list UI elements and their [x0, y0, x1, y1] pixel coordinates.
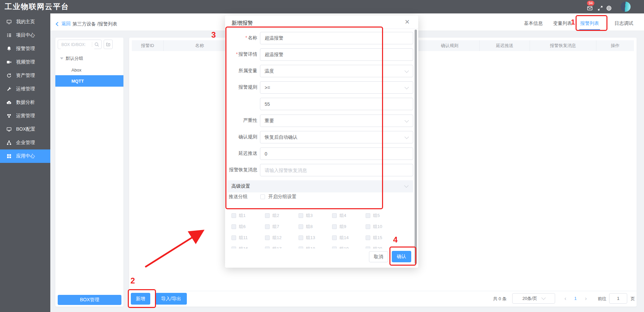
- sidebar-item-projects[interactable]: 项目中心: [0, 29, 50, 42]
- chevron-down-icon: [404, 183, 409, 188]
- back-button[interactable]: 返回: [56, 21, 71, 27]
- required-asterisk: *: [246, 35, 247, 40]
- name-input[interactable]: [260, 32, 413, 44]
- advanced-settings-toggle[interactable]: 高级设置: [227, 180, 413, 192]
- app-title: 工业物联网云平台: [5, 2, 69, 12]
- pagination-total: 共 0 条: [493, 296, 506, 302]
- chevron-down-icon: [541, 296, 546, 300]
- goto-label: 前往: [598, 296, 606, 302]
- group-checkbox[interactable]: [231, 213, 236, 218]
- group-checkbox[interactable]: [299, 247, 303, 249]
- variable-select[interactable]: 温度: [260, 65, 413, 77]
- field-label-name: *名称: [228, 35, 257, 41]
- sidebar-item-video[interactable]: 视频管理: [0, 55, 50, 69]
- cloud-chart-icon: [6, 100, 12, 105]
- group-checkbox[interactable]: [265, 213, 270, 218]
- chevron-down-icon: [405, 69, 409, 73]
- mail-icon[interactable]: [587, 5, 593, 11]
- field-label-delay-push: 延迟推送: [228, 150, 257, 157]
- field-label-recover-msg: 报警恢复消息: [228, 167, 257, 173]
- enable-group-checkbox[interactable]: [260, 194, 265, 199]
- sidebar-item-operation[interactable]: 运营管理: [0, 109, 50, 123]
- field-label-rule: 报警规则: [228, 84, 257, 90]
- sidebar-item-alarms[interactable]: 报警管理: [0, 42, 50, 55]
- prev-page-button[interactable]: ‹: [565, 296, 566, 302]
- chevron-down-icon: [405, 135, 409, 139]
- breadcrumb: 第三方设备 /报警列表: [72, 21, 117, 27]
- group-checkbox[interactable]: [366, 235, 370, 240]
- sidebar-item-ops[interactable]: 运维管理: [0, 82, 50, 96]
- group-checkbox[interactable]: [231, 235, 236, 240]
- sidebar-item-analytics[interactable]: 数据分析: [0, 96, 50, 109]
- recycle-icon: [6, 73, 12, 78]
- ack-rule-select[interactable]: 恢复后自动确认: [260, 131, 413, 143]
- col-alarm-id: 报警ID: [132, 40, 164, 51]
- group-checkbox[interactable]: [332, 224, 337, 229]
- group-checkbox[interactable]: [366, 224, 370, 229]
- tab-variable-list[interactable]: 变量列表: [553, 20, 572, 27]
- enable-group-label: 开启分组设置: [268, 194, 297, 200]
- next-page-button[interactable]: ›: [585, 296, 587, 302]
- sitemap-icon: [6, 140, 12, 145]
- current-page[interactable]: 1: [574, 296, 577, 301]
- field-label-variable: 所属变量: [228, 68, 257, 74]
- group-checkbox[interactable]: [265, 224, 270, 229]
- group-checkbox[interactable]: [265, 247, 270, 249]
- push-group-label: 推送分组: [229, 194, 248, 200]
- monitor-icon: [6, 19, 12, 25]
- add-alarm-modal: 新增报警 × *名称 *报警详情 所属变量 温度 报警规则: [225, 15, 418, 268]
- active-tab-underline: [579, 29, 600, 30]
- group-checkbox[interactable]: [265, 235, 270, 240]
- rule-select[interactable]: >=: [260, 81, 413, 94]
- annotation-number-3: 3: [211, 30, 216, 40]
- language-globe-icon[interactable]: [606, 5, 612, 11]
- import-export-button[interactable]: 导入/导出: [155, 293, 187, 305]
- user-avatar[interactable]: [621, 2, 631, 12]
- cancel-button[interactable]: 取消: [369, 251, 388, 262]
- severity-select[interactable]: 重要: [260, 115, 413, 127]
- tree-node-mqtt-selected[interactable]: MQTT: [55, 75, 123, 87]
- col-recover-msg: 报警恢复消息: [530, 40, 596, 51]
- tab-basic-info[interactable]: 基本信息: [524, 20, 543, 27]
- group-checkbox[interactable]: [366, 247, 370, 249]
- fullscreen-icon[interactable]: [597, 5, 603, 11]
- recover-msg-input[interactable]: [260, 164, 413, 176]
- close-icon[interactable]: ×: [405, 17, 410, 26]
- confirm-button[interactable]: 确认: [392, 251, 411, 262]
- top-bar: 工业物联网云平台 94: [0, 0, 644, 13]
- tree-node-abox[interactable]: Abox: [71, 68, 82, 73]
- group-checkbox[interactable]: [299, 235, 303, 240]
- group-checkbox[interactable]: [332, 247, 337, 249]
- group-checkbox[interactable]: [366, 213, 370, 218]
- device-search-input[interactable]: [61, 40, 94, 49]
- list-icon: [6, 33, 12, 38]
- add-alarm-button[interactable]: 新增: [131, 293, 150, 305]
- annotation-number-1: 1: [571, 18, 575, 27]
- sidebar-item-enterprise[interactable]: 企业管理: [0, 136, 50, 149]
- group-checkbox[interactable]: [231, 224, 236, 229]
- sidebar-item-boxconfig[interactable]: BOX配置: [0, 123, 50, 136]
- box-manage-button[interactable]: BOX管理: [58, 295, 121, 305]
- page-size-select[interactable]: 20条/页: [512, 293, 555, 304]
- group-checkbox[interactable]: [332, 235, 337, 240]
- sidebar-item-home[interactable]: 我的主页: [0, 15, 50, 29]
- sidebar-item-assets[interactable]: 资产管理: [0, 69, 50, 82]
- detail-input[interactable]: [260, 48, 413, 61]
- group-checkbox[interactable]: [299, 213, 303, 218]
- modal-scrollbar[interactable]: [415, 30, 417, 264]
- table-footer-divider: [129, 291, 637, 291]
- goto-page-input[interactable]: [609, 293, 627, 304]
- tab-alarm-list[interactable]: 报警列表: [580, 20, 599, 27]
- group-checkbox[interactable]: [299, 224, 303, 229]
- tab-log-debug[interactable]: 日志调试: [614, 20, 634, 27]
- sidebar-nav: 我的主页 项目中心 报警管理 视频管理 资产管理 运维管理 数据分析 运营管理: [0, 13, 50, 312]
- group-checkbox[interactable]: [231, 247, 236, 249]
- search-icon[interactable]: [92, 42, 99, 47]
- threshold-input[interactable]: [260, 98, 413, 110]
- chevron-left-icon: [56, 22, 60, 26]
- group-checkbox[interactable]: [332, 213, 337, 218]
- sidebar-item-appcenter[interactable]: 应用中心: [0, 149, 50, 163]
- add-group-button[interactable]: [104, 40, 113, 49]
- tree-group-default[interactable]: 默认分组: [60, 55, 83, 61]
- delay-push-input[interactable]: [260, 147, 413, 160]
